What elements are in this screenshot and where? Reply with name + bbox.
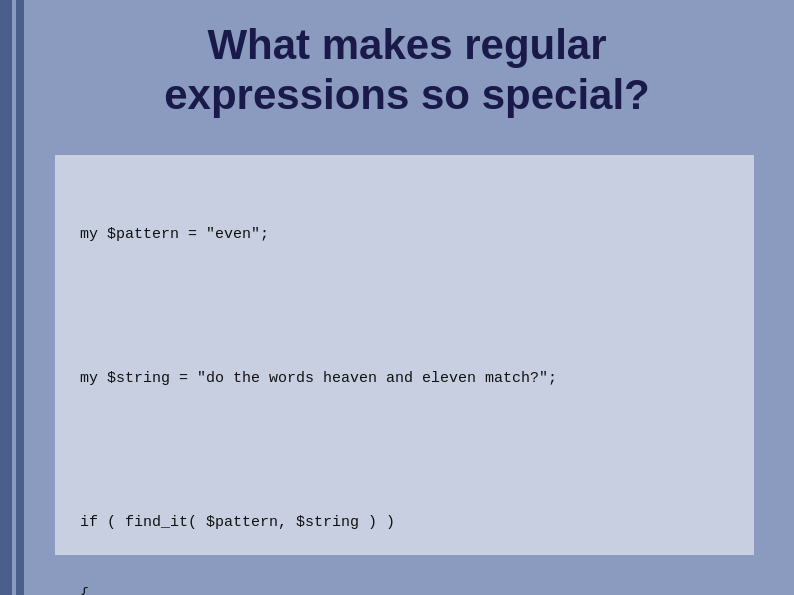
slide: What makes regular expressions so specia… bbox=[0, 0, 794, 595]
code-line-3: if ( find_it( $pattern, $string ) ) bbox=[80, 511, 729, 535]
title-line1: What makes regular bbox=[207, 21, 606, 68]
code-line-2: my $string = "do the words heaven and el… bbox=[80, 367, 729, 391]
accent-bar-left-2 bbox=[16, 0, 24, 595]
title-area: What makes regular expressions so specia… bbox=[60, 20, 754, 121]
code-line-4: { bbox=[80, 583, 729, 595]
code-block: my $pattern = "even"; my $string = "do t… bbox=[80, 175, 729, 595]
code-empty-2 bbox=[80, 439, 729, 463]
accent-bar-left-1 bbox=[0, 0, 12, 595]
slide-title: What makes regular expressions so specia… bbox=[60, 20, 754, 121]
code-empty-1 bbox=[80, 295, 729, 319]
code-area: my $pattern = "even"; my $string = "do t… bbox=[55, 155, 754, 555]
code-line-1: my $pattern = "even"; bbox=[80, 223, 729, 247]
title-line2: expressions so special? bbox=[164, 71, 650, 118]
